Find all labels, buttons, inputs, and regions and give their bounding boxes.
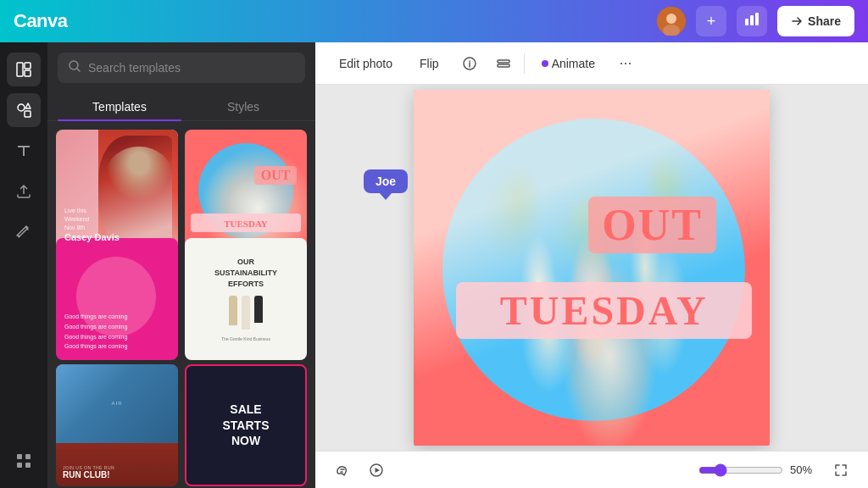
svg-rect-10 (25, 111, 31, 117)
plus-icon: + (707, 13, 716, 30)
tab-templates[interactable]: Templates (58, 93, 181, 120)
search-input[interactable] (88, 61, 295, 75)
svg-rect-11 (17, 454, 22, 459)
canva-logo: Canva (14, 10, 68, 32)
t4-subtitle: The Gentle Kind Business (221, 336, 270, 341)
chart-icon (744, 12, 760, 31)
toolbar-divider (524, 53, 525, 74)
flower-detail-overlay (414, 90, 770, 446)
flip-label: Flip (420, 57, 439, 70)
sidebar-item-draw[interactable] (7, 215, 41, 249)
t5-club-name: RUN CLUB! (63, 470, 171, 480)
fullscreen-button[interactable] (827, 457, 854, 484)
t3-line2: Good things are coming (64, 322, 170, 332)
template-card-runclub[interactable]: AIR JOIN US ON THE RUN RUN CLUB! (56, 364, 178, 486)
share-label: Share (808, 14, 841, 28)
toolbar: Edit photo Flip Animate ··· (315, 42, 868, 85)
format-button[interactable] (490, 50, 517, 77)
animate-button[interactable]: Animate (531, 52, 605, 75)
search-input-wrap (58, 53, 305, 83)
svg-rect-12 (25, 454, 31, 459)
sidebar-item-elements[interactable] (7, 93, 41, 127)
sidebar-item-text[interactable] (7, 134, 41, 168)
t3-line3: Good things are coming (64, 332, 170, 342)
sidebar-icons (0, 42, 47, 488)
template-card-casey[interactable]: Live thisWeekendNov 8th Casey Davis (56, 130, 178, 252)
bottom-bar: 50% (315, 451, 868, 488)
template-card-tuesday[interactable]: OUT TUESDAY (185, 130, 307, 252)
zoom-slider[interactable] (698, 463, 783, 477)
casey-davis-name: Casey Davis (64, 232, 120, 243)
canvas-tuesday-text: TUESDAY (500, 287, 709, 334)
tab-styles[interactable]: Styles (181, 93, 305, 120)
avatar[interactable] (657, 7, 686, 36)
navbar: Canva + Share (0, 0, 868, 42)
zoom-value: 50% (790, 463, 821, 476)
sidebar-item-layout[interactable] (7, 53, 41, 86)
add-button[interactable]: + (696, 6, 726, 36)
t6-sale-text: SALESTARTSNOW (223, 402, 270, 448)
tabs: Templates Styles (47, 83, 315, 121)
stats-button[interactable] (737, 6, 767, 36)
svg-rect-4 (750, 15, 754, 25)
templates-grid: Live thisWeekendNov 8th Casey Davis OUT … (47, 121, 315, 488)
svg-rect-14 (25, 463, 31, 468)
info-button[interactable] (456, 50, 483, 77)
svg-rect-3 (745, 19, 748, 25)
more-icon: ··· (619, 54, 632, 72)
collaborator-name: Joe (376, 175, 396, 188)
t2-tuesday-text: TUESDAY (224, 219, 268, 229)
flip-button[interactable]: Flip (409, 52, 449, 75)
animate-dot (542, 60, 548, 67)
left-panel: Templates Styles Live thisWeekendNov 8th… (47, 42, 315, 488)
template-card-sale[interactable]: SALESTARTSNOW (185, 364, 307, 486)
edit-photo-label: Edit photo (339, 57, 392, 70)
svg-rect-18 (498, 64, 509, 67)
svg-rect-17 (498, 60, 509, 63)
design-canvas[interactable]: OUT TUESDAY (414, 90, 770, 446)
edit-photo-button[interactable]: Edit photo (329, 52, 403, 75)
svg-rect-13 (17, 463, 22, 468)
canvas-out-badge: OUT (588, 197, 716, 253)
share-button[interactable]: Share (777, 6, 854, 36)
template-card-sustainability[interactable]: OURSUSTAINABILITYEFFORTS The Gentle Kind… (185, 238, 307, 360)
svg-marker-20 (376, 468, 381, 473)
svg-point-9 (18, 104, 25, 111)
template-card-goodthings[interactable]: Good things are coming Good things are c… (56, 238, 178, 360)
svg-point-1 (666, 14, 676, 24)
t3-line1: Good things are coming (64, 312, 170, 322)
canvas-tuesday-badge: TUESDAY (456, 282, 752, 339)
canvas-out-text: OUT (602, 201, 703, 249)
t3-line4: Good things are coming (64, 341, 170, 352)
more-button[interactable]: ··· (612, 50, 639, 77)
svg-rect-6 (17, 63, 23, 76)
t2-out-text: OUT (261, 168, 291, 182)
search-icon (68, 59, 81, 76)
svg-rect-7 (25, 63, 31, 69)
search-bar (47, 42, 315, 83)
t4-title: OURSUSTAINABILITYEFFORTS (214, 257, 277, 289)
svg-rect-5 (755, 13, 759, 25)
svg-rect-8 (25, 70, 31, 76)
notes-button[interactable] (329, 457, 356, 484)
sidebar-item-upload[interactable] (7, 175, 41, 208)
animate-label: Animate (552, 57, 595, 70)
canvas-area: Joe OUT TUESDAY (315, 85, 868, 451)
play-button[interactable] (363, 457, 390, 484)
sidebar-item-apps[interactable] (7, 444, 41, 478)
collaborator-tooltip: Joe (364, 169, 408, 193)
